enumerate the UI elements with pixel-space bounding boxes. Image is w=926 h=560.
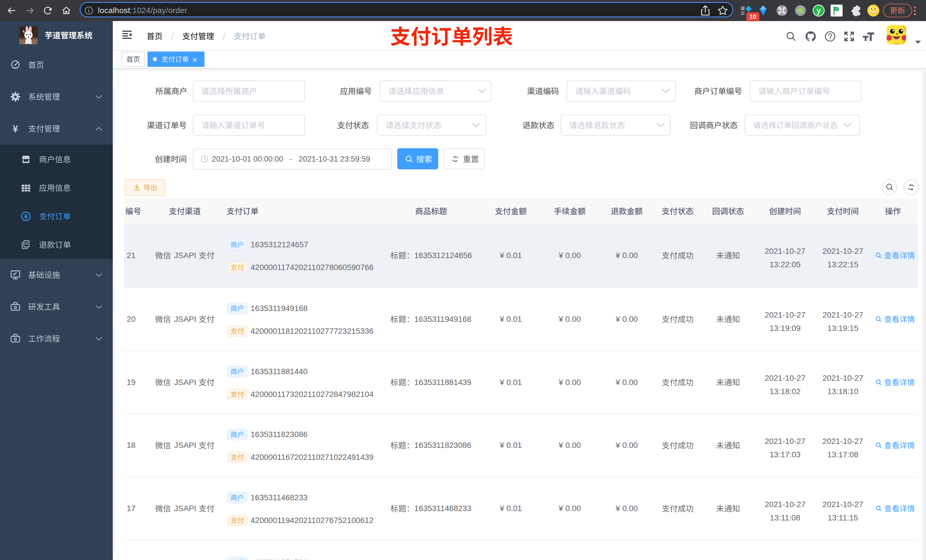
svg-text:y: y <box>816 6 821 15</box>
